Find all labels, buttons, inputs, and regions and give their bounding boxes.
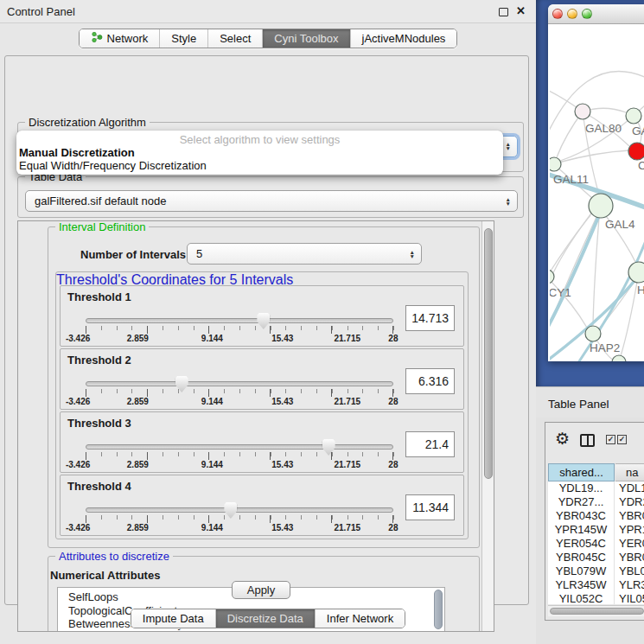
interval-definition-group: Interval Definition Number of Intervals … [48, 226, 480, 548]
cell-shared-name[interactable]: YBL079W [548, 564, 615, 578]
network-node-gal11[interactable] [550, 157, 561, 171]
table-row[interactable]: YBR045CYBR045C [548, 551, 644, 564]
table-row[interactable]: YIL052CYIL052C [548, 592, 644, 604]
cell-name[interactable]: YLR345W [615, 578, 644, 592]
tab-discretize-data[interactable]: Discretize Data [215, 609, 315, 628]
node-label: GAL4 [605, 218, 635, 231]
table-row[interactable]: YDL19...YDL19... [548, 481, 644, 495]
network-canvas[interactable]: GAL80GACGAL11GAL4GCY1HHAP2 [550, 24, 644, 361]
cell-name[interactable]: YDL19... [615, 481, 644, 495]
tab-select[interactable]: Select [207, 29, 262, 48]
control-panel-titlebar: Control Panel ✕ [0, 0, 536, 23]
cell-name[interactable]: YER054C [615, 537, 644, 551]
threshold-value-field[interactable]: 6.316 [405, 368, 455, 394]
settings-vertical-scrollbar[interactable] [481, 221, 494, 631]
minimize-traffic-light[interactable] [567, 9, 577, 19]
bottom-tab-bar: Impute Data Discretize Data Infer Networ… [0, 609, 536, 628]
cell-shared-name[interactable]: YER054C [548, 537, 615, 551]
cell-name[interactable]: YIL052C [615, 592, 644, 604]
table-row[interactable]: YBL079WYBL079W [548, 564, 644, 578]
settings-scroll-pane: Interval Definition Number of Intervals … [17, 220, 494, 632]
table-row[interactable]: YDR27...YDR27... [548, 495, 644, 509]
threshold-slider-track[interactable] [86, 318, 393, 323]
cell-shared-name[interactable]: YPR145W [548, 523, 615, 537]
table-row[interactable]: YLR345WYLR345W [548, 578, 644, 592]
close-traffic-light[interactable] [552, 9, 563, 19]
table-horizontal-scrollbar[interactable] [548, 605, 644, 616]
tab-impute-data[interactable]: Impute Data [131, 609, 215, 628]
cell-shared-name[interactable]: YDL19... [548, 481, 615, 495]
cell-shared-name[interactable]: YDR27... [548, 495, 615, 509]
popup-item-manual-discretization[interactable]: Manual Discretization [16, 146, 503, 159]
cell-name[interactable]: YDR27... [615, 495, 644, 509]
threshold-value-field[interactable]: 21.4 [405, 431, 455, 457]
cell-shared-name[interactable]: YBR043C [548, 509, 615, 523]
network-node[interactable] [612, 355, 626, 361]
threshold-value-field[interactable]: 14.713 [405, 305, 455, 331]
close-icon[interactable]: ✕ [516, 4, 526, 17]
table-row[interactable]: YBR043CYBR043C [548, 509, 644, 523]
popup-item-equal-width[interactable]: Equal Width/Frequency Discretization [16, 159, 503, 172]
network-node[interactable] [628, 143, 644, 160]
tab-infer-network[interactable]: Infer Network [315, 609, 405, 628]
slider-ticks [86, 452, 394, 460]
table-panel-title: Table Panel [548, 398, 609, 411]
slider-tick-labels: -3.426 2.859 9.144 15.43 21.715 28 [86, 460, 394, 470]
numerical-attributes-label: Numerical Attributes [50, 569, 160, 582]
cell-shared-name[interactable]: YBR045C [548, 551, 615, 564]
table-row[interactable]: YPR145WYPR145W [548, 523, 644, 537]
cell-shared-name[interactable]: YLR345W [548, 578, 615, 592]
tab-jactivemnodules[interactable]: jActiveMNodules [350, 29, 457, 48]
threshold-row: Threshold 2 -3.426 2.859 9.144 15.43 21.… [60, 348, 464, 410]
threshold-slider-track[interactable] [86, 381, 393, 386]
float-window-icon[interactable] [499, 8, 508, 16]
tab-cyni-toolbox[interactable]: Cyni Toolbox [262, 29, 349, 48]
table-data-combo[interactable]: galFiltered.sif default node ▲▼ [25, 190, 518, 212]
network-node-hap2[interactable] [585, 326, 601, 341]
node-label: GA [632, 124, 644, 137]
number-of-intervals-combo[interactable]: 5 ▲▼ [187, 243, 422, 265]
network-window: GAL80GACGAL11GAL4GCY1HHAP2 [548, 4, 644, 361]
cell-shared-name[interactable]: YIL052C [548, 592, 615, 604]
select-none-check-icon[interactable]: ✓ [617, 435, 627, 444]
apply-button[interactable]: Apply [232, 581, 290, 599]
cell-name[interactable]: YPR145W [615, 523, 644, 537]
node-label: GAL11 [553, 173, 589, 186]
algorithm-hint-item: Select algorithm to view settings [16, 133, 503, 146]
column-header-name[interactable]: na [615, 463, 644, 481]
slider-tick-labels: -3.426 2.859 9.144 15.43 21.715 28 [86, 397, 394, 407]
threshold-row: Threshold 4 -3.426 2.859 9.144 15.43 21.… [60, 475, 464, 536]
discretization-algorithm-title: Discretization Algorithm [25, 116, 150, 129]
threshold-slider-track[interactable] [86, 444, 393, 450]
network-node-gal80[interactable] [575, 104, 590, 119]
network-node-gal4[interactable] [589, 194, 613, 218]
stepper-icon: ▲▼ [410, 250, 415, 258]
threshold-label: Threshold 2 [67, 354, 131, 367]
cell-name[interactable]: YBL079W [615, 564, 644, 578]
column-header-shared-name[interactable]: shared... [548, 463, 615, 481]
top-tab-bar: Network Style Select Cyni Toolbox jActiv… [0, 29, 536, 48]
threshold-rows: Threshold 1 -3.426 2.859 9.144 15.43 21.… [60, 285, 464, 536]
tab-style[interactable]: Style [159, 29, 207, 48]
table-header-row: shared... na [545, 463, 644, 481]
table-data-group: Table Data galFiltered.sif default node … [17, 176, 524, 218]
network-node-ga[interactable] [626, 108, 641, 124]
table-toolbar: ⚙ ✓ ✓ [545, 423, 644, 462]
select-all-check-icon[interactable]: ✓ [606, 435, 615, 444]
zoom-traffic-light[interactable] [582, 9, 592, 19]
node-label: C [638, 159, 644, 172]
table-row[interactable]: YER054CYER054C [548, 537, 644, 551]
threshold-slider-track[interactable] [86, 507, 393, 513]
gear-icon[interactable]: ⚙ [555, 429, 570, 449]
cell-name[interactable]: YBR043C [615, 509, 644, 523]
columns-icon[interactable] [580, 434, 595, 447]
cell-name[interactable]: YBR045C [615, 551, 644, 564]
slider-ticks [86, 326, 394, 334]
node-label: GAL80 [585, 122, 622, 135]
threshold-value-field[interactable]: 11.344 [405, 494, 455, 520]
network-node-h[interactable] [628, 262, 644, 283]
node-label: GCY1 [550, 286, 571, 299]
right-column: GAL80GACGAL11GAL4GCY1HHAP2 Table Panel ⚙… [536, 0, 644, 644]
network-desktop: GAL80GACGAL11GAL4GCY1HHAP2 [536, 0, 644, 386]
tab-network[interactable]: Network [80, 29, 160, 48]
